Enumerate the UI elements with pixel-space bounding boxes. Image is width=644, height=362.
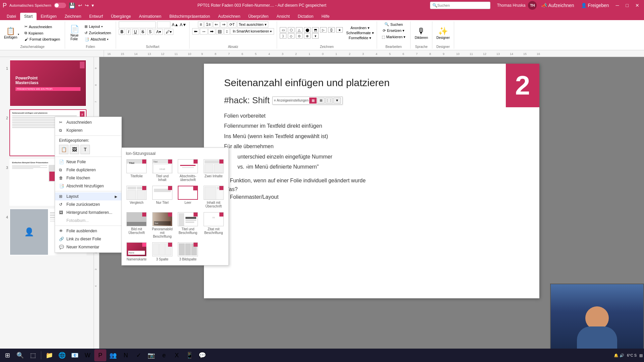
shape-7[interactable]: {} [328,27,335,33]
ersetzen-button[interactable]: ⟳ Ersetzen ▾ [381,28,407,34]
line-spacing-button[interactable]: ↕ [224,28,230,35]
search-input[interactable] [437,3,488,7]
taskbar-word[interactable]: W [82,349,94,361]
shape-1[interactable]: ▭ [280,27,286,33]
layout-titel-inhalt[interactable]: Titel Inhalt Titel und Inhalt [150,158,175,183]
tab-datei[interactable]: Datei [3,13,20,20]
einfuegen-button[interactable]: 📋 Einfügen ▾ [3,26,21,40]
layout-abschnitts-ueberschrift[interactable]: Abschnitts-überschrift [176,158,200,183]
taskbar-clock[interactable]: 6°C S [627,353,637,357]
view-btn-3[interactable]: ⋮⋮ [325,98,333,104]
kopieren-button[interactable]: ⧉ Kopieren [22,30,62,36]
slide-main[interactable]: 2 Seitenanzahl einfügen und platzieren #… [204,64,539,298]
close-button[interactable]: ✕ [633,2,641,9]
list-bullets-button[interactable]: ≡ [198,21,204,27]
formeffekte-button[interactable]: Formeffekte ▾ [346,36,374,40]
font-size-input[interactable] [157,21,170,28]
toolbar-more[interactable]: ▾ [92,3,94,8]
layout-zwei-inhalte[interactable]: Zwei Inhalte [202,158,226,183]
toolbar-redo[interactable]: ↪ [85,3,89,8]
shape-8[interactable]: ★ [336,27,343,33]
ctx-folie-loeschen[interactable]: 🗑 Folie löschen [55,174,121,182]
share-button[interactable]: 📣 Aufzeichnen [539,2,576,9]
tab-ansicht[interactable]: Ansicht [272,13,293,20]
taskbar-app2[interactable]: 💬 [196,349,208,361]
markieren-button[interactable]: ⬚ Markieren ▾ [380,34,408,40]
paste-btn-1[interactable]: 📋 [59,145,68,154]
align-right-button[interactable]: ➡ [208,28,215,35]
ctx-kommentar[interactable]: 💬 Neuer Kommentar [55,243,121,251]
tab-ueberpruefen[interactable]: Überprüfen [244,13,272,20]
align-center-button[interactable]: ↔ [200,28,208,35]
tab-bildschirmpraesentaion[interactable]: Bildschirmpräsentation [165,13,214,20]
layout-button[interactable]: ⊞ Layout ▾ [83,24,113,29]
slide-preview-1[interactable]: PowerPointMasterclass PRÄSENTIEREN WIE E… [9,60,87,107]
shape-9[interactable]: ⟩ [280,33,286,39]
layout-titelfolie[interactable]: Titel Titelfolie [124,158,149,183]
shadow-button[interactable]: S [147,29,153,35]
tab-aufzeichnen[interactable]: Aufzeichnen [214,13,244,20]
taskbar-edge[interactable]: e [158,349,170,361]
ctx-kopieren[interactable]: ⧉ Kopieren [55,126,121,134]
suchen-button[interactable]: 🔍 Suchen [382,21,405,27]
anordnen-button[interactable]: Anordnen ▾ [346,26,374,30]
shape-6[interactable]: ▷ [320,27,327,33]
view-btn-1[interactable]: ▦ [309,98,317,104]
tab-dictation[interactable]: Dictation [294,13,318,20]
tab-hilfe[interactable]: Hilfe [317,13,333,20]
shape-more[interactable]: ▾ [312,33,319,39]
ctx-folie-zuruecksetzen[interactable]: ↺ Folie zurücksetzen [55,200,121,208]
ctx-folie-duplizieren[interactable]: ⧉ Folie duplizieren [55,166,121,174]
layout-inhalt-ueberschrift[interactable]: Inhalt mit Überschrift [202,184,226,209]
search-box[interactable]: 🔍 [430,2,490,9]
font-increase-button[interactable]: A▲ [172,22,178,27]
layout-panorama[interactable]: Text Panoramabild mit Beschriftung [150,211,175,240]
maximize-button[interactable]: □ [624,2,631,9]
textrichtung-button[interactable]: ⟳T [228,21,236,27]
font-decrease-button[interactable]: A▼ [180,22,186,27]
layout-zitat[interactable]: " Zitat mit Beschriftung [202,211,226,240]
taskbar-explorer[interactable]: 📁 [43,349,55,361]
autosave-toggle[interactable] [54,3,66,8]
shape-2[interactable]: ⬡ [288,27,294,33]
layout-titel-beschriftung[interactable]: Titel und Beschriftung [176,211,200,240]
bold-button[interactable]: B [119,29,125,35]
layout-nur-titel[interactable]: Nur Titel [150,184,175,209]
shape-12[interactable]: ⊕ [304,33,311,39]
diktieren-button[interactable]: 🎙 Diktieren [413,26,429,40]
ctx-abschnitt[interactable]: 📑 Abschnitt hinzufügen [55,182,121,190]
einfuegen-arrow[interactable]: ▾ [18,33,19,36]
format-uebertragen-button[interactable]: 🖌 Format übertragen [22,37,62,42]
zuruecksetzen-button[interactable]: ↺ Zurücksetzen [83,30,113,36]
toolbar-save[interactable]: 💾 [69,2,75,9]
highlight-button[interactable]: 🖊▾ [164,29,173,35]
taskbar-excel[interactable]: X [171,349,183,361]
ctx-neue-folie[interactable]: 📄 Neue Folie [55,158,121,166]
view-btn-4[interactable]: ▼ [333,98,341,104]
text-ausrichten-button[interactable]: Text ausrichten ▾ [237,21,268,27]
neue-folie-button[interactable]: 📄 NeueFolie [68,24,81,42]
indent-right-button[interactable]: ⇒ [220,21,227,27]
ctx-folie-ausblenden[interactable]: 👁 Folie ausblenden [55,227,121,235]
italic-button[interactable]: I [126,29,131,35]
taskbar-chrome[interactable]: 🌐 [56,349,68,361]
taskbar-systray[interactable]: 🔔 🔊 [614,353,624,358]
abschnitt-button[interactable]: 📑 Abschnitt ▾ [83,37,113,42]
minimize-button[interactable]: ─ [614,2,621,9]
layout-bild-ueberschrift[interactable]: Bild mit Überschrift [124,211,149,240]
toolbar-undo[interactable]: ↩ [78,3,82,8]
paste-btn-3[interactable]: T [80,145,90,154]
freigeben-button[interactable]: 👤 Freigeben [579,2,611,9]
indent-left-button[interactable]: ⇐ [213,21,220,27]
paste-btn-2[interactable]: 🖼 [70,145,79,154]
taskview-button[interactable]: ⬚ [27,349,39,361]
taskbar-powerpoint[interactable]: P [94,349,106,361]
ausschneiden-button[interactable]: ✂ Ausschneiden [22,24,62,29]
align-left-button[interactable]: ⬅ [192,28,199,35]
font-name-input[interactable] [119,21,156,28]
list-numbers-button[interactable]: 1≡ [204,21,212,27]
strikethrough-button[interactable]: S [140,29,146,35]
start-button[interactable]: ⊞ [1,349,13,361]
designer-button[interactable]: ✨ Designer [435,26,451,40]
ctx-hintergrund[interactable]: 🖼 Hintergrund formatieren... [55,208,121,217]
